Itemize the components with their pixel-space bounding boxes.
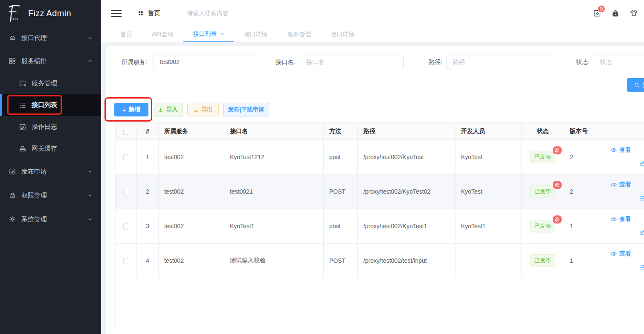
tab-service-management[interactable]: 服务管理 — [277, 26, 321, 42]
sidebar-item-service-orchestration[interactable]: 服务编排 — [0, 49, 101, 73]
filter-status-input[interactable] — [594, 55, 644, 69]
status-badge: 已发布 改 — [530, 220, 555, 232]
lock-icon — [611, 9, 620, 17]
row-checkbox[interactable] — [123, 224, 129, 229]
config-sliders-icon[interactable] — [639, 160, 644, 167]
header-actions: 9 — [593, 9, 638, 17]
svg-text:</>: </> — [12, 17, 19, 21]
col-path: 路径 — [358, 123, 455, 140]
search-icon — [634, 82, 640, 88]
row-checkbox[interactable] — [123, 154, 129, 160]
changed-badge: 改 — [552, 146, 562, 155]
tab-home[interactable]: 首页 — [110, 26, 142, 42]
upload-icon — [158, 107, 163, 113]
sidebar-item-system-management[interactable]: 系统管理 — [0, 207, 101, 231]
config-sliders-icon[interactable] — [639, 229, 644, 236]
sidebar-menu: 接口代理 服务编排 服务管理 — [0, 26, 101, 231]
table-row: 3 test002 KyoTest1 post /proxy/test002/K… — [116, 209, 644, 244]
tab-api-detail-2[interactable]: 接口详情 — [321, 26, 364, 42]
view-button[interactable]: 查看 — [610, 146, 631, 154]
filter-api-name-input[interactable] — [300, 55, 404, 69]
header-search-input[interactable] — [187, 10, 285, 17]
sidebar-submenu: 服务管理 接口列表 操作日志 — [0, 73, 101, 160]
sidebar-item-api-proxy[interactable]: 接口代理 — [0, 26, 101, 49]
filter-api-name-label: 接口名: — [270, 55, 295, 69]
sidebar-item-publish-request[interactable]: 发布申请 — [0, 160, 101, 183]
filter-path-input[interactable] — [447, 55, 550, 69]
sidebar-item-permission-management[interactable]: 权限管理 — [0, 183, 101, 207]
app-logo-row: </> Fizz Admin — [0, 0, 101, 26]
publish-offline-request-button[interactable]: 发布|下线申请 — [223, 103, 269, 116]
eye-icon — [610, 181, 617, 188]
config-sliders-icon[interactable] — [639, 195, 644, 202]
content-panel: 所属服务: 接口名: 路径: 状态: 搜索 + 新增 导入 导出 — [106, 46, 644, 334]
view-button[interactable]: 查看 — [610, 250, 631, 258]
gear-icon — [9, 215, 16, 223]
close-icon[interactable]: × — [221, 31, 224, 37]
col-actions — [598, 123, 644, 140]
row-checkbox[interactable] — [123, 189, 129, 195]
table-left-border — [115, 278, 116, 328]
filter-service-input[interactable] — [154, 55, 257, 69]
view-button[interactable]: 查看 — [610, 215, 631, 223]
tab-bar: 首页 API查询 接口列表 × 接口详情 服务管理 接口详情 — [101, 26, 644, 43]
tab-api-detail-1[interactable]: 接口详情 — [234, 26, 277, 42]
chevron-up-icon — [87, 58, 93, 64]
plus-icon: + — [122, 106, 126, 113]
download-icon — [193, 107, 199, 113]
chevron-down-icon — [87, 217, 93, 222]
status-badge: 已发布 — [530, 254, 555, 267]
theme-shirt-button[interactable] — [629, 9, 638, 17]
lock-icon — [9, 192, 16, 199]
server-icon — [19, 80, 26, 87]
select-all-checkbox[interactable] — [123, 129, 129, 135]
sidebar-item-api-list[interactable]: 接口列表 — [0, 94, 101, 116]
col-service: 所属服务 — [159, 123, 224, 140]
row-checkbox[interactable] — [123, 258, 129, 264]
notification-badge: 9 — [598, 5, 605, 13]
export-button[interactable]: 导出 — [187, 103, 219, 116]
top-header: 首页 9 — [101, 0, 644, 26]
chevron-down-icon — [87, 169, 93, 174]
clipboard-tool-icon — [19, 123, 26, 131]
tab-api-list[interactable]: 接口列表 × — [183, 26, 234, 42]
filter-path-label: 路径: — [417, 55, 442, 69]
col-index: # — [137, 123, 159, 140]
grid-icon — [9, 57, 16, 65]
cloud-icon — [9, 34, 16, 42]
col-method: 方法 — [324, 123, 358, 140]
tab-api-query[interactable]: API查询 — [142, 26, 183, 42]
status-badge: 已发布 改 — [530, 151, 555, 163]
col-developer: 开发人员 — [455, 123, 522, 140]
table-toolbar: + 新增 导入 导出 发布|下线申请 — [114, 103, 269, 116]
sidebar-item-operation-log[interactable]: 操作日志 — [0, 116, 101, 138]
import-button[interactable]: 导入 — [153, 103, 183, 116]
view-button[interactable]: 查看 — [610, 181, 631, 189]
eye-icon — [610, 250, 617, 257]
changed-badge: 改 — [552, 180, 562, 189]
eye-icon — [610, 147, 617, 154]
status-badge: 已发布 改 — [530, 185, 555, 198]
sidebar-item-gateway-cache[interactable]: 网关缓存 — [0, 138, 101, 160]
search-button[interactable]: 搜索 — [627, 78, 644, 92]
table-row: 4 test002 测试输入校验 POST /proxy/test002/tes… — [116, 244, 644, 278]
config-sliders-icon[interactable] — [639, 264, 644, 271]
gateway-cache-icon — [19, 145, 26, 153]
t-shirt-icon — [629, 9, 638, 17]
col-status: 状态 — [522, 123, 564, 140]
table-row: 2 test002 test0021 POST /proxy/test002/K… — [116, 174, 644, 209]
add-button[interactable]: + 新增 — [114, 103, 148, 116]
maintenance-button[interactable]: 9 — [593, 9, 601, 17]
lock-screen-button[interactable] — [611, 9, 620, 17]
breadcrumb-label: 首页 — [148, 9, 160, 17]
chevron-down-icon — [87, 35, 93, 41]
filter-service-label: 所属服务: — [116, 55, 147, 69]
table-row: 1 test002 KyoTest1212 post /proxy/test00… — [116, 140, 644, 174]
menu-toggle-button[interactable] — [111, 10, 122, 17]
filter-status-label: 状态: — [564, 55, 590, 69]
table-header-row: # 所属服务 接口名 方法 路径 开发人员 状态 版本号 — [116, 123, 644, 140]
breadcrumb[interactable]: 首页 — [138, 9, 160, 17]
sidebar-item-service-management[interactable]: 服务管理 — [0, 73, 101, 94]
chevron-down-icon — [87, 193, 93, 198]
changed-badge: 改 — [552, 215, 562, 224]
